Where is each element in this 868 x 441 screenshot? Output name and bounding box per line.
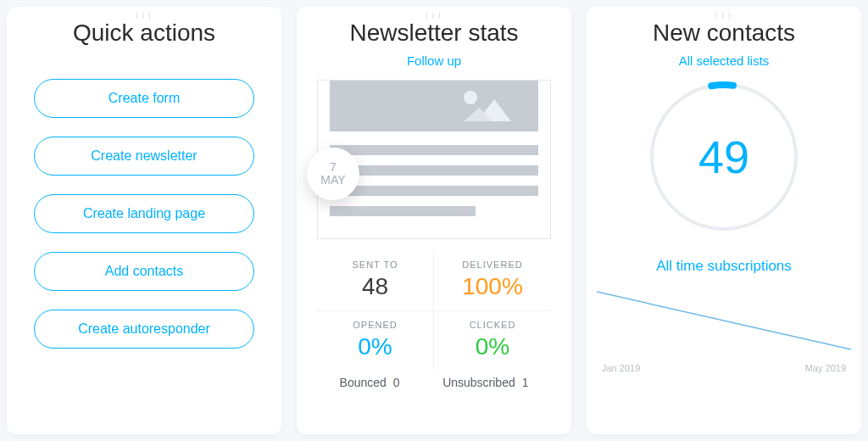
newsletter-stats-grid: SENT TO 48 DELIVERED 100% OPENED 0% CLIC…	[297, 248, 571, 371]
image-placeholder-icon	[330, 81, 538, 131]
create-newsletter-button[interactable]: Create newsletter	[34, 137, 254, 176]
stat-sent-to: SENT TO 48	[317, 251, 434, 310]
quick-actions-card: | | | Quick actions Create form Create n…	[7, 7, 281, 434]
contacts-count: 49	[643, 76, 804, 237]
add-contacts-button[interactable]: Add contacts	[34, 252, 254, 291]
all-time-subscriptions-link[interactable]: All time subscriptions	[656, 258, 792, 275]
drag-grip-icon[interactable]: | | |	[715, 12, 732, 18]
quick-actions-list: Create form Create newsletter Create lan…	[7, 79, 281, 349]
drag-grip-icon[interactable]: | | |	[426, 12, 442, 18]
newsletter-date-badge: 7 MAY	[307, 148, 359, 200]
axis-start-label: Jan 2019	[602, 363, 640, 373]
quick-actions-title: Quick actions	[73, 20, 215, 47]
stat-unsubscribed: Unsubscribed 1	[442, 376, 528, 389]
stat-delivered: DELIVERED 100%	[434, 251, 551, 310]
subscriptions-sparkline: Jan 2019 May 2019	[587, 283, 861, 378]
create-form-button[interactable]: Create form	[34, 79, 254, 118]
stat-bounced: Bounced 0	[340, 376, 400, 389]
new-contacts-title: New contacts	[653, 20, 795, 47]
list-selector-link[interactable]: All selected lists	[679, 53, 770, 68]
newsletter-stats-card: | | | Newsletter stats Follow up 7 MAY S…	[297, 7, 571, 434]
axis-end-label: May 2019	[805, 363, 846, 373]
stat-opened: OPENED 0%	[317, 310, 434, 371]
drag-grip-icon[interactable]: | | |	[136, 12, 152, 18]
new-contacts-card: | | | New contacts All selected lists 49…	[587, 7, 861, 434]
create-landing-page-button[interactable]: Create landing page	[34, 194, 254, 233]
stat-clicked: CLICKED 0%	[434, 310, 551, 371]
svg-point-0	[464, 91, 477, 104]
newsletter-stats-title: Newsletter stats	[349, 20, 518, 47]
contacts-donut-chart: 49	[643, 76, 804, 237]
svg-line-5	[597, 292, 851, 349]
newsletter-subtitle-link[interactable]: Follow up	[407, 53, 461, 68]
create-autoresponder-button[interactable]: Create autoresponder	[34, 310, 254, 349]
newsletter-mini-stats: Bounced 0 Unsubscribed 1	[297, 371, 571, 399]
newsletter-preview: 7 MAY	[297, 80, 571, 248]
